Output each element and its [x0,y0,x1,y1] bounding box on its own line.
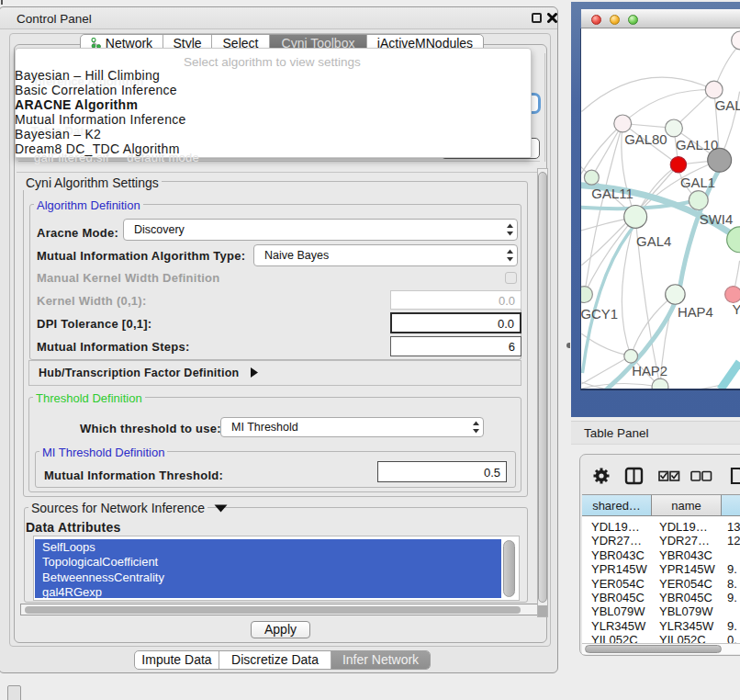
svg-text:GCY1: GCY1 [581,306,618,322]
svg-text:HAP4: HAP4 [678,304,713,320]
svg-text:GAL10: GAL10 [676,137,718,152]
svg-text:YJ: YJ [733,301,740,317]
svg-text:GAL1: GAL1 [680,175,715,190]
svg-text:GAL80: GAL80 [624,131,667,147]
svg-text:GAL4: GAL4 [636,233,671,249]
svg-text:GAL11: GAL11 [591,186,633,201]
svg-text:SWI4: SWI4 [700,211,733,227]
svg-text:HAP2: HAP2 [632,363,667,378]
svg-text:GAL2: GAL2 [715,97,740,113]
